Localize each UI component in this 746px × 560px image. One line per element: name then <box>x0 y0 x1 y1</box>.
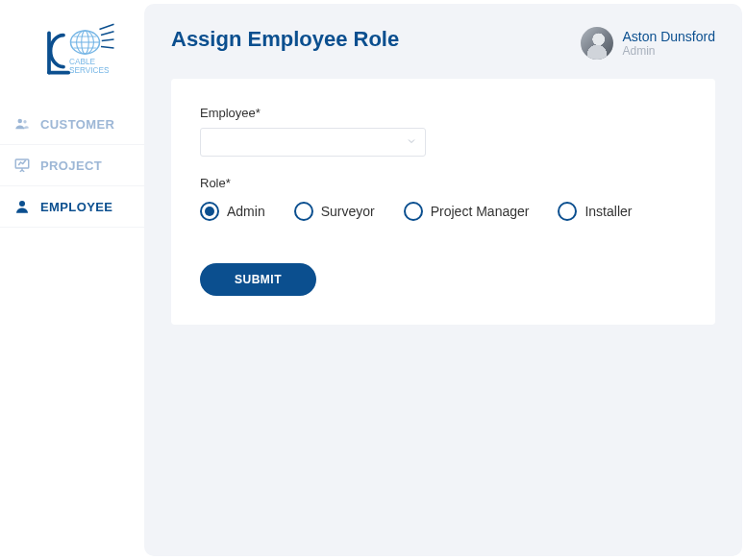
radio-icon <box>404 202 423 221</box>
svg-point-10 <box>18 119 23 124</box>
brand-text-cable: CABLE <box>69 58 96 66</box>
users-icon <box>13 115 31 133</box>
chevron-down-icon <box>406 134 417 151</box>
page-title: Assign Employee Role <box>171 27 399 52</box>
sidebar-item-label: EMPLOYEE <box>40 200 112 214</box>
user-box[interactable]: Aston Dunsford Admin <box>581 27 716 60</box>
radio-label: Project Manager <box>431 204 530 219</box>
sidebar-item-employee[interactable]: EMPLOYEE <box>0 186 144 228</box>
role-radio-installer[interactable]: Installer <box>558 202 632 221</box>
role-radio-project-manager[interactable]: Project Manager <box>404 202 530 221</box>
radio-label: Installer <box>584 204 632 219</box>
sidebar-item-customer[interactable]: CUSTOMER <box>0 104 144 145</box>
topbar: Assign Employee Role Aston Dunsford Admi… <box>171 27 715 60</box>
employee-label: Employee* <box>200 106 686 120</box>
sidebar-item-project[interactable]: PROJECT <box>0 145 144 186</box>
svg-line-9 <box>101 47 114 49</box>
avatar <box>581 27 613 60</box>
radio-icon <box>294 202 313 221</box>
svg-point-13 <box>19 201 25 207</box>
form-card: Employee* Role* Admin Surveyor <box>171 79 715 325</box>
sidebar-item-label: CUSTOMER <box>40 117 114 132</box>
brand-logo: CABLE SERVICES <box>19 17 125 85</box>
radio-icon <box>200 202 219 221</box>
svg-point-11 <box>23 120 26 123</box>
user-name: Aston Dunsford <box>623 29 716 44</box>
presentation-icon <box>13 157 31 174</box>
role-radio-admin[interactable]: Admin <box>200 202 265 221</box>
employee-select[interactable] <box>200 128 426 157</box>
role-radio-group: Admin Surveyor Project Manager Installer <box>200 202 686 221</box>
svg-line-8 <box>102 39 114 41</box>
radio-label: Admin <box>227 204 265 219</box>
field-employee: Employee* <box>200 106 686 157</box>
role-label: Role* <box>200 176 686 190</box>
field-role: Role* Admin Surveyor Project Manager Ins… <box>200 176 686 221</box>
user-role: Admin <box>623 44 716 58</box>
svg-line-6 <box>100 24 114 29</box>
sidebar: CABLE SERVICES CUSTOMER PROJECT EMPLOYEE <box>0 0 144 560</box>
svg-line-7 <box>101 32 114 36</box>
radio-icon <box>558 202 577 221</box>
radio-label: Surveyor <box>321 204 375 219</box>
main-panel: Assign Employee Role Aston Dunsford Admi… <box>144 4 742 556</box>
role-radio-surveyor[interactable]: Surveyor <box>294 202 375 221</box>
brand-text-services: SERVICES <box>69 66 110 75</box>
submit-button[interactable]: SUBMIT <box>200 263 316 296</box>
user-icon <box>13 198 31 215</box>
sidebar-item-label: PROJECT <box>40 158 102 173</box>
